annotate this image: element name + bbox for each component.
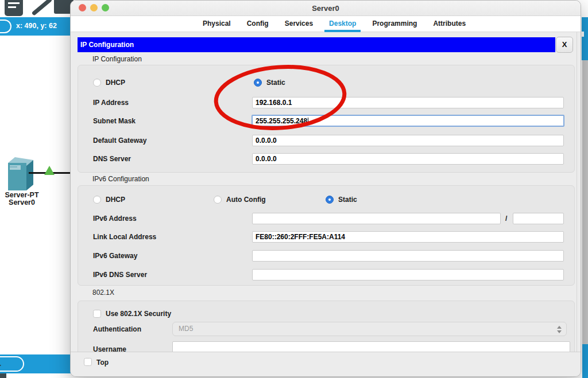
ipv6-autoconfig-radio[interactable] xyxy=(214,196,222,204)
ipv6-prefix-separator: / xyxy=(505,213,507,224)
play-icon xyxy=(0,363,1,368)
static-radio[interactable] xyxy=(254,79,262,87)
dialog-footer: Top xyxy=(71,352,581,377)
ip-address-field[interactable]: 192.168.0.1 xyxy=(252,97,564,108)
link-local-address-label: Link Local Address xyxy=(93,231,156,243)
default-gateway-label: Default Gateway xyxy=(93,135,146,146)
tab-physical[interactable]: Physical xyxy=(202,16,232,32)
window-title: Server0 xyxy=(71,4,581,13)
ipv6-autoconfig-radio-label: Auto Config xyxy=(226,194,266,205)
tab-programming[interactable]: Programming xyxy=(371,16,418,32)
ipv6-gateway-label: IPv6 Gateway xyxy=(93,250,137,262)
right-scroll-track[interactable] xyxy=(582,60,588,344)
right-panel-fragment-bottom xyxy=(582,344,588,378)
note-line xyxy=(8,6,16,8)
dhcp-radio[interactable] xyxy=(93,79,101,87)
cursor-coordinates: x: 490, y: 62 xyxy=(16,22,57,30)
note-tool-icon[interactable] xyxy=(5,0,23,16)
ipv6-static-radio[interactable] xyxy=(326,196,334,204)
desktop-tab-content: IP Configuration X IP Configuration DHCP… xyxy=(71,32,581,352)
text-caret xyxy=(308,118,308,124)
playback-badge[interactable] xyxy=(0,356,24,372)
right-panel-glyph xyxy=(582,32,584,37)
static-radio-label: Static xyxy=(266,77,285,88)
ipv6-dns-server-label: IPv6 DNS Server xyxy=(93,269,147,280)
draw-line-tool-icon[interactable] xyxy=(32,0,53,16)
ipv6-address-field[interactable] xyxy=(252,213,501,224)
device-window: Server0 Physical Config Services Desktop… xyxy=(70,0,581,377)
ip-configuration-titlebar: IP Configuration xyxy=(78,37,555,52)
default-gateway-field[interactable]: 0.0.0.0 xyxy=(252,135,564,146)
ip-configuration-group: DHCP Static IP Address 192.168.0.1 Subne… xyxy=(78,65,575,173)
subnet-mask-label: Subnet Mask xyxy=(93,115,136,127)
simulation-bar xyxy=(0,354,76,373)
device-label: Server-PT Server0 xyxy=(0,192,44,206)
tab-attributes[interactable]: Attributes xyxy=(432,16,467,32)
ipv6-static-radio-label: Static xyxy=(338,194,357,205)
close-button[interactable]: X xyxy=(556,37,573,53)
subnet-mask-field[interactable]: 255.255.255.248 xyxy=(252,115,564,127)
dot1x-group: Use 802.1X Security Authentication MD5 U… xyxy=(78,301,575,352)
content-edge-line xyxy=(577,32,577,352)
ip-section-label: IP Configuration xyxy=(92,55,142,63)
ipv6-address-label: IPv6 Address xyxy=(93,213,137,224)
ipv6-section-label: IPv6 Configuration xyxy=(92,175,149,183)
dns-server-label: DNS Server xyxy=(93,153,131,165)
top-checkbox[interactable] xyxy=(84,358,92,366)
tab-config[interactable]: Config xyxy=(246,16,270,32)
use-8021x-checkbox[interactable] xyxy=(93,310,101,318)
cursor-badge xyxy=(0,20,11,33)
top-checkbox-label: Top xyxy=(96,357,109,368)
note-line xyxy=(8,2,20,4)
right-panel-fragment xyxy=(582,17,588,60)
ipv6-dns-server-field[interactable] xyxy=(252,269,564,280)
use-8021x-label: Use 802.1X Security xyxy=(106,308,171,319)
ipv6-gateway-field[interactable] xyxy=(252,250,564,262)
authentication-label: Authentication xyxy=(93,324,141,335)
window-titlebar[interactable]: Server0 xyxy=(71,1,581,16)
stepper-icon xyxy=(556,325,562,334)
username-label: Username xyxy=(93,344,126,352)
tab-desktop[interactable]: Desktop xyxy=(328,16,357,32)
ipv6-configuration-group: DHCP Auto Config Static IPv6 Address / L… xyxy=(78,185,575,286)
ipv6-dhcp-radio[interactable] xyxy=(93,196,101,204)
dns-server-field[interactable]: 0.0.0.0 xyxy=(252,153,564,165)
link-up-triangle-icon xyxy=(44,166,55,175)
tab-bar: Physical Config Services Desktop Program… xyxy=(71,16,581,32)
authentication-dropdown[interactable]: MD5 xyxy=(172,322,567,336)
taskbar-fragment xyxy=(0,373,6,378)
link-local-address-field[interactable]: FE80::260:2FFF:FE5A:A114 xyxy=(252,231,564,243)
dot1x-section-label: 802.1X xyxy=(92,289,114,297)
dhcp-radio-label: DHCP xyxy=(106,77,125,88)
ipv6-dhcp-radio-label: DHCP xyxy=(106,194,125,205)
ipv6-prefix-field[interactable] xyxy=(513,213,564,224)
device-name: Server0 xyxy=(0,199,44,206)
ip-address-label: IP Address xyxy=(93,97,129,108)
tab-services[interactable]: Services xyxy=(284,16,314,32)
username-field[interactable] xyxy=(172,341,570,352)
